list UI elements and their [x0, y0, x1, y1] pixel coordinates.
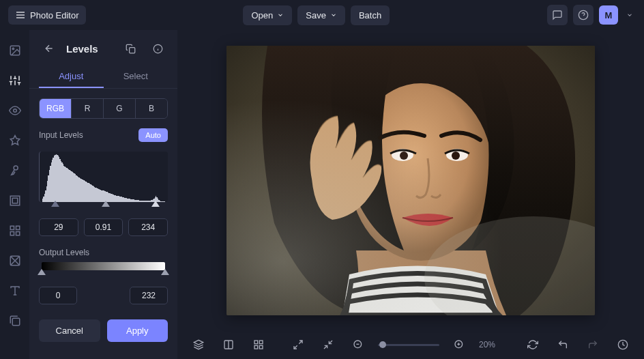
- output-gradient: [42, 262, 165, 270]
- channel-tabs: RGB R G B: [39, 98, 168, 119]
- minimize-icon: [323, 339, 334, 350]
- svg-line-50: [294, 345, 297, 349]
- svg-rect-45: [254, 341, 258, 344]
- canvas-area[interactable]: [177, 30, 644, 330]
- zoom-slider[interactable]: [378, 344, 439, 346]
- tab-select[interactable]: Select: [104, 66, 169, 88]
- zoom-value: 20%: [479, 340, 503, 349]
- arrow-left-icon: [44, 43, 55, 54]
- layers-icon: [193, 339, 204, 350]
- tab-adjust[interactable]: Adjust: [39, 66, 104, 88]
- account-menu-button[interactable]: [624, 5, 636, 25]
- rail-effects-icon[interactable]: [7, 132, 23, 149]
- rail-retouch-icon[interactable]: [7, 253, 23, 269]
- output-low-field[interactable]: [39, 287, 77, 304]
- svg-rect-20: [12, 198, 18, 203]
- rail-elements-icon[interactable]: [7, 222, 23, 239]
- svg-line-49: [299, 341, 302, 344]
- shadow-handle[interactable]: [51, 201, 59, 207]
- avatar[interactable]: M: [599, 5, 618, 25]
- copy-button[interactable]: [120, 38, 141, 59]
- undo-button[interactable]: [553, 334, 573, 355]
- svg-point-16: [13, 109, 16, 113]
- rail-text-icon[interactable]: [7, 283, 23, 299]
- rail-layers-icon[interactable]: [7, 313, 23, 329]
- svg-point-6: [12, 48, 14, 49]
- svg-rect-24: [10, 232, 14, 235]
- redo-icon: [587, 339, 598, 350]
- batch-button[interactable]: Batch: [351, 5, 390, 25]
- output-slider[interactable]: [42, 272, 165, 277]
- feedback-button[interactable]: [547, 5, 568, 25]
- svg-rect-23: [16, 232, 19, 235]
- maximize-icon: [293, 339, 304, 350]
- save-button[interactable]: Save: [297, 5, 345, 25]
- compare-button[interactable]: [218, 334, 239, 355]
- zoom-out-button[interactable]: [348, 334, 368, 355]
- rail-frame-icon[interactable]: [7, 192, 23, 209]
- redo-button[interactable]: [583, 334, 603, 355]
- chevron-down-icon: [277, 12, 284, 18]
- rotate-icon: [527, 339, 538, 350]
- panel-title: Levels: [66, 43, 113, 55]
- grid-icon: [253, 339, 264, 350]
- rail-eye-icon[interactable]: [7, 102, 23, 119]
- channel-b[interactable]: B: [136, 99, 167, 118]
- output-levels-label: Output Levels: [39, 248, 89, 257]
- menu-icon: [15, 10, 26, 20]
- output-high-handle[interactable]: [161, 269, 169, 275]
- help-button[interactable]: [573, 5, 594, 25]
- svg-point-18: [14, 166, 18, 170]
- svg-rect-47: [259, 345, 263, 349]
- history-icon: [617, 339, 628, 350]
- layers-button[interactable]: [188, 334, 209, 355]
- input-shadow-field[interactable]: [39, 218, 78, 236]
- fullscreen-button[interactable]: [288, 334, 308, 355]
- channel-rgb[interactable]: RGB: [40, 99, 72, 118]
- histogram: [39, 152, 168, 202]
- zoom-in-button[interactable]: [449, 334, 469, 355]
- cancel-button[interactable]: Cancel: [39, 319, 100, 342]
- fit-button[interactable]: [318, 334, 338, 355]
- channel-r[interactable]: R: [72, 99, 104, 118]
- svg-rect-22: [16, 226, 19, 229]
- svg-marker-17: [10, 136, 20, 145]
- mid-handle[interactable]: [102, 201, 110, 207]
- zoom-in-icon: [454, 339, 465, 350]
- apply-button[interactable]: Apply: [107, 319, 169, 342]
- output-high-field[interactable]: [130, 287, 168, 304]
- svg-line-51: [329, 341, 332, 344]
- message-icon: [552, 10, 563, 20]
- back-button[interactable]: [39, 38, 59, 59]
- rail-image-icon[interactable]: [7, 42, 23, 59]
- svg-rect-28: [12, 318, 20, 326]
- menu-button[interactable]: Photo Editor: [8, 5, 86, 25]
- input-slider[interactable]: [42, 203, 165, 209]
- grid-button[interactable]: [248, 334, 269, 355]
- edited-image: [226, 46, 595, 315]
- output-low-handle[interactable]: [38, 269, 46, 275]
- zoom-knob[interactable]: [379, 341, 386, 348]
- zoom-out-icon: [353, 339, 364, 350]
- rotate-button[interactable]: [523, 334, 543, 355]
- highlight-handle[interactable]: [151, 201, 160, 207]
- svg-rect-19: [10, 196, 20, 205]
- svg-rect-21: [10, 226, 14, 229]
- tool-rail: [0, 30, 29, 359]
- svg-rect-48: [254, 345, 258, 349]
- history-button[interactable]: [613, 334, 633, 355]
- open-button[interactable]: Open: [243, 5, 292, 25]
- input-mid-field[interactable]: [84, 218, 123, 236]
- levels-panel: Levels Adjust Select RGB R G B Input Lev…: [29, 30, 177, 359]
- channel-g[interactable]: G: [104, 99, 136, 118]
- app-header: Photo Editor Open Save Batch M: [0, 0, 644, 30]
- svg-rect-46: [259, 341, 263, 344]
- rail-adjust-icon[interactable]: [7, 72, 23, 89]
- compare-icon: [223, 339, 234, 350]
- input-highlight-field[interactable]: [128, 218, 168, 236]
- auto-button[interactable]: Auto: [138, 128, 168, 142]
- input-levels-label: Input Levels: [39, 130, 83, 140]
- info-button[interactable]: [147, 38, 168, 59]
- app-title: Photo Editor: [30, 10, 79, 20]
- rail-brush-icon[interactable]: [7, 162, 23, 179]
